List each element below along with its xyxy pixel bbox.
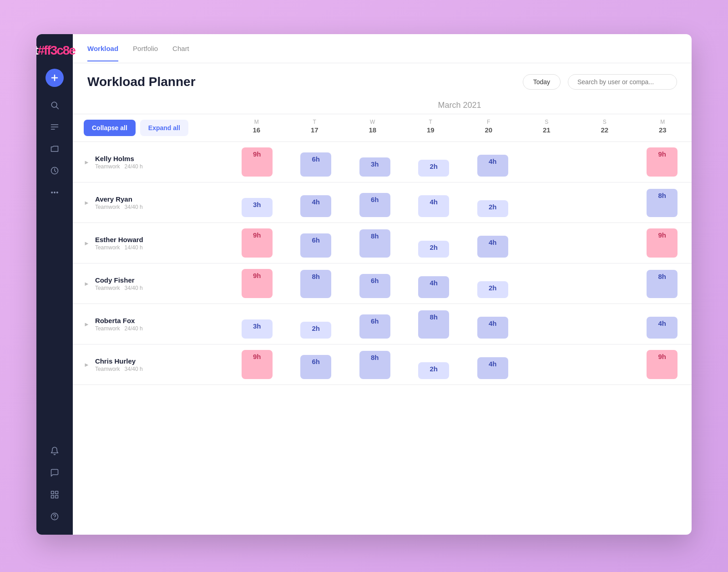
clock-icon[interactable] <box>46 162 64 180</box>
user-details: Cody Fisher Teamwork 34/40 h <box>95 276 143 291</box>
hour-block: 3h <box>359 157 390 177</box>
today-button[interactable]: Today <box>523 74 561 90</box>
day-cell: 9h <box>228 267 287 300</box>
user-details: Kelly Holms Teamwork 24/40 h <box>95 155 143 170</box>
help-icon[interactable] <box>46 507 64 526</box>
day-cell: 2h <box>404 146 464 178</box>
expand-arrow[interactable]: ► <box>84 240 90 247</box>
chat-icon[interactable] <box>46 464 64 482</box>
expand-arrow[interactable]: ► <box>84 280 90 287</box>
tab-workload[interactable]: Workload <box>87 35 118 61</box>
hour-block: 6h <box>359 193 390 217</box>
list-icon[interactable] <box>46 118 64 136</box>
day-cell: 2h <box>287 308 346 340</box>
user-info: ► Esther Howard Teamwork 14/40 h <box>73 228 228 258</box>
empty-cell <box>522 186 578 219</box>
grid-icon[interactable] <box>46 486 64 504</box>
empty-cell <box>522 348 578 381</box>
day-cell: 2h <box>404 227 464 259</box>
day-letter: F <box>487 119 490 125</box>
hour-block: 2h <box>477 200 508 217</box>
expand-arrow[interactable]: ► <box>84 361 90 368</box>
svg-point-9 <box>54 192 56 193</box>
day-cell: 4h <box>463 146 522 178</box>
add-button[interactable] <box>46 69 64 87</box>
folder-icon[interactable] <box>46 140 64 158</box>
tab-chart[interactable]: Chart <box>172 35 189 61</box>
hour-block: 2h <box>477 281 508 298</box>
day-cell: 3h <box>228 186 287 219</box>
hour-block: 2h <box>300 322 331 339</box>
user-sub: Teamwork 34/40 h <box>95 204 143 210</box>
user-sub: Teamwork 24/40 h <box>95 325 143 332</box>
hour-block: 4h <box>477 317 508 339</box>
day-cell: 3h <box>345 146 404 178</box>
hour-block: 3h <box>242 319 273 339</box>
hour-block: 6h <box>359 274 390 298</box>
day-number: 17 <box>311 126 318 134</box>
svg-point-15 <box>51 513 58 520</box>
hour-block: 8h <box>647 189 677 217</box>
search-input[interactable] <box>568 74 677 90</box>
table-row: ► Chris Hurley Teamwork 34/40 h 9h6h8h2h… <box>73 344 692 385</box>
hour-block: 4h <box>647 317 677 339</box>
svg-rect-13 <box>51 496 54 498</box>
day-cell: 6h <box>345 186 404 219</box>
user-sub: Teamwork 34/40 h <box>95 285 143 291</box>
bell-icon[interactable] <box>46 442 64 460</box>
empty-cell <box>577 308 633 340</box>
hour-block: 6h <box>300 152 331 177</box>
user-cells: 9h6h8h2h4h9h <box>228 344 692 385</box>
month-header: March 2021 <box>228 97 692 114</box>
day-col-header: M 16 <box>228 114 286 142</box>
expand-arrow[interactable]: ► <box>84 199 90 206</box>
user-name: Chris Hurley <box>95 357 143 365</box>
day-cell: 8h <box>633 267 692 300</box>
day-number: 23 <box>659 126 667 134</box>
year-label: 2021 <box>463 101 481 110</box>
day-cell: 3h <box>228 308 287 340</box>
user-sub: Teamwork 24/40 h <box>95 163 143 170</box>
user-cells: 9h8h6h4h2h8h <box>228 263 692 304</box>
hour-block: 6h <box>300 233 331 258</box>
user-sub: Teamwork 14/40 h <box>95 244 143 251</box>
expand-arrow[interactable]: ► <box>84 321 90 328</box>
more-icon[interactable] <box>46 183 64 202</box>
header-row: Workload Planner Today <box>73 63 692 97</box>
day-cell: 9h <box>633 348 692 381</box>
svg-point-8 <box>51 192 53 193</box>
day-cell: 8h <box>345 227 404 259</box>
day-cell: 6h <box>287 348 346 381</box>
tabs-bar: Workload Portfolio Chart <box>73 34 692 63</box>
empty-cell <box>577 186 633 219</box>
day-letter: M <box>254 119 259 125</box>
day-cell: 9h <box>633 227 692 259</box>
hour-block: 6h <box>359 314 390 339</box>
day-number: 18 <box>369 126 376 134</box>
day-letter: S <box>603 119 607 125</box>
month-label: March <box>438 101 460 110</box>
user-details: Roberta Fox Teamwork 24/40 h <box>95 317 143 332</box>
table-row: ► Esther Howard Teamwork 14/40 h 9h6h8h2… <box>73 223 692 263</box>
user-details: Chris Hurley Teamwork 34/40 h <box>95 357 143 372</box>
user-rows: ► Kelly Holms Teamwork 24/40 h 9h6h3h2h4… <box>73 142 692 385</box>
expand-all-button[interactable]: Expand all <box>140 120 188 136</box>
collapse-all-button[interactable]: Collapse all <box>84 120 136 136</box>
day-headers: M 16 T 17 W 18 T 19 F 20 S 21 S 22 M 23 <box>228 114 692 142</box>
user-info: ► Kelly Holms Teamwork 24/40 h <box>73 147 228 177</box>
tab-portfolio[interactable]: Portfolio <box>133 35 158 61</box>
day-cell: 8h <box>404 308 464 340</box>
day-number: 21 <box>543 126 551 134</box>
user-details: Avery Ryan Teamwork 34/40 h <box>95 195 143 210</box>
search-icon[interactable] <box>46 96 64 114</box>
user-details: Esther Howard Teamwork 14/40 h <box>95 236 143 251</box>
user-name: Roberta Fox <box>95 317 143 324</box>
empty-cell <box>522 146 578 178</box>
expand-arrow[interactable]: ► <box>84 159 90 166</box>
day-letter: W <box>370 119 375 125</box>
hour-block: 4h <box>477 357 508 379</box>
main-content: Workload Portfolio Chart Workload Planne… <box>73 34 692 535</box>
user-cells: 9h6h8h2h4h9h <box>228 223 692 263</box>
hour-block: 8h <box>359 229 390 258</box>
grid-header: Collapse all Expand all M 16 T 17 W 18 T… <box>73 114 692 142</box>
